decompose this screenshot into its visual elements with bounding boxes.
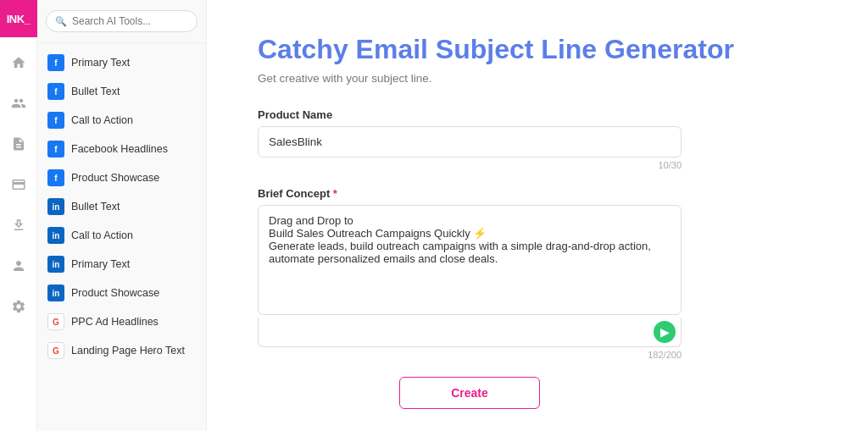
tool-label-li-product-showcase: Product Showcase: [71, 287, 159, 299]
tool-label-fb-bullet-text: Bullet Text: [71, 86, 120, 97]
tool-label-g-ppc-ad-headlines: PPC Ad Headlines: [71, 316, 159, 328]
tools-list: f Primary Text f Bullet Text f Call to A…: [37, 43, 206, 431]
tool-item-li-primary-text[interactable]: in Primary Text: [37, 250, 206, 279]
tool-item-g-landing-page[interactable]: G Landing Page Hero Text: [37, 336, 206, 365]
tool-icon-li-product-showcase: in: [47, 285, 64, 301]
tool-label-fb-call-to-action: Call to Action: [71, 114, 133, 126]
product-name-group: Product Name 10/30: [258, 108, 817, 170]
tool-icon-fb-product-showcase: f: [47, 169, 64, 186]
brief-concept-group: Brief Concept * ▶ 182/200: [258, 187, 817, 360]
search-input-wrap[interactable]: 🔍: [46, 10, 198, 32]
tool-item-g-ppc-ad-headlines[interactable]: G PPC Ad Headlines: [37, 307, 206, 336]
card-nav-item[interactable]: [7, 173, 31, 196]
tool-icon-fb-bullet-text: f: [47, 83, 64, 100]
settings-nav-item[interactable]: [7, 295, 31, 318]
document-nav-item[interactable]: [7, 132, 31, 156]
product-name-label: Product Name: [258, 108, 817, 121]
search-bar: 🔍: [37, 0, 206, 43]
tool-icon-fb-primary-text: f: [47, 54, 64, 71]
page-title: Catchy Email Subject Line Generator: [258, 34, 817, 65]
brief-concept-input[interactable]: [258, 205, 682, 315]
tool-label-fb-primary-text: Primary Text: [71, 57, 130, 69]
tool-label-li-primary-text: Primary Text: [71, 258, 130, 270]
tool-item-li-bullet-text[interactable]: in Bullet Text: [37, 192, 206, 221]
tools-panel: 🔍 f Primary Text f Bullet Text f Call to…: [37, 0, 207, 431]
search-icon: 🔍: [55, 16, 67, 27]
tool-icon-g-ppc-ad-headlines: G: [47, 313, 64, 330]
brief-concept-char-count: 182/200: [258, 350, 682, 360]
download-nav-item[interactable]: [7, 213, 31, 237]
tool-icon-li-bullet-text: in: [47, 198, 64, 215]
search-input[interactable]: [72, 15, 188, 27]
tool-item-fb-primary-text[interactable]: f Primary Text: [37, 48, 206, 77]
main-content: Catchy Email Subject Line Generator Get …: [207, 0, 868, 431]
tool-label-fb-product-showcase: Product Showcase: [71, 172, 159, 184]
profile-nav-item[interactable]: [7, 254, 31, 278]
tool-label-li-bullet-text: Bullet Text: [71, 201, 120, 213]
tool-item-fb-headlines[interactable]: f Facebook Headlines: [37, 135, 206, 163]
page-subtitle: Get creative with your subject line.: [258, 72, 817, 85]
tool-icon-li-primary-text: in: [47, 256, 64, 273]
tool-icon-g-landing-page: G: [47, 342, 64, 359]
logo: INK_: [0, 0, 37, 37]
tool-icon-fb-headlines: f: [47, 141, 64, 157]
icon-sidebar: INK_: [0, 0, 37, 431]
tool-item-fb-call-to-action[interactable]: f Call to Action: [37, 106, 206, 135]
icon-nav: [7, 37, 31, 431]
brief-concept-label: Brief Concept *: [258, 187, 817, 200]
create-btn-wrap: Create: [258, 377, 682, 409]
tool-item-li-call-to-action[interactable]: in Call to Action: [37, 221, 206, 250]
users-nav-item[interactable]: [7, 91, 31, 115]
product-name-input[interactable]: [258, 126, 682, 157]
textarea-footer: ▶: [258, 318, 682, 347]
tool-item-li-product-showcase[interactable]: in Product Showcase: [37, 279, 206, 307]
textarea-wrap: ▶: [258, 205, 682, 347]
tool-item-fb-bullet-text[interactable]: f Bullet Text: [37, 77, 206, 106]
tool-icon-li-call-to-action: in: [47, 227, 64, 244]
home-nav-item[interactable]: [7, 51, 31, 75]
create-button[interactable]: Create: [399, 377, 540, 409]
tool-item-fb-product-showcase[interactable]: f Product Showcase: [37, 163, 206, 192]
tool-label-fb-headlines: Facebook Headlines: [71, 143, 168, 155]
tool-icon-fb-call-to-action: f: [47, 112, 64, 129]
product-name-char-count: 10/30: [258, 160, 682, 170]
tool-label-li-call-to-action: Call to Action: [71, 229, 133, 241]
generate-button[interactable]: ▶: [654, 321, 676, 343]
tool-label-g-landing-page: Landing Page Hero Text: [71, 345, 185, 356]
